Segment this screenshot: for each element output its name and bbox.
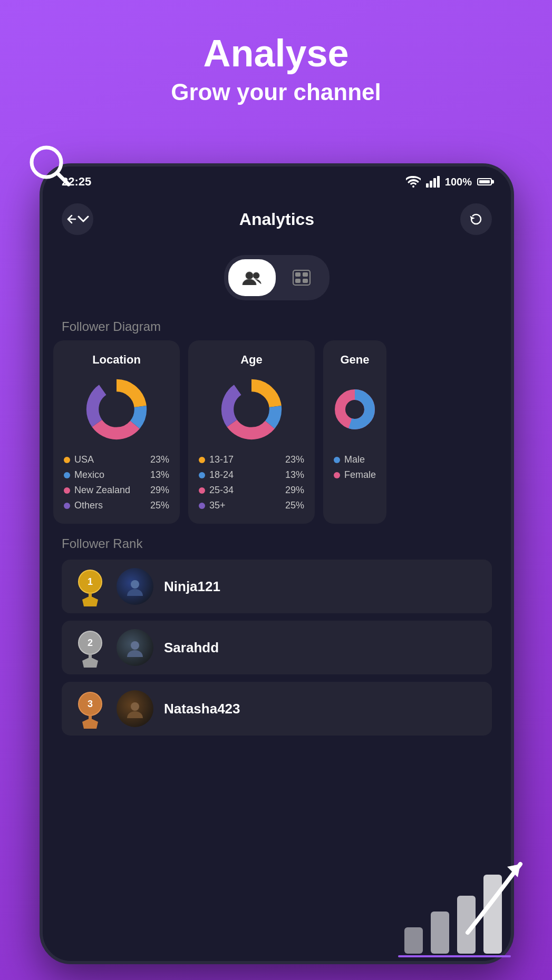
rank-list: 1 Ninja121 2 (62, 560, 492, 736)
svg-rect-9 (303, 279, 308, 283)
svg-rect-6 (295, 272, 301, 277)
svg-point-32 (131, 641, 139, 650)
avatar-ninja (117, 568, 153, 605)
legend-usa: USA 23% (64, 454, 169, 465)
legend-nz: New Zealand 29% (64, 485, 169, 496)
headline: Analyse (0, 32, 552, 75)
svg-line-1 (57, 173, 69, 184)
medal-2: 2 (74, 632, 106, 663)
follower-rank-section: Follower Rank 1 (43, 524, 511, 736)
medal-3: 3 (74, 693, 106, 724)
tab-content[interactable] (278, 259, 325, 296)
location-donut (64, 375, 169, 444)
rank-name-3: Natasha423 (164, 701, 240, 717)
tab-followers[interactable] (228, 259, 276, 296)
subheadline: Grow your channel (0, 79, 552, 105)
svg-rect-8 (295, 279, 301, 283)
gender-title: Gene (334, 353, 376, 367)
page-title: Analytics (239, 210, 314, 229)
svg-rect-38 (404, 927, 423, 954)
rank-item-3: 3 Natasha423 (62, 682, 492, 736)
age-title: Age (199, 353, 304, 367)
chevron-down-icon (78, 215, 89, 223)
age-card: Age 13-17 23% (188, 340, 315, 524)
svg-point-27 (131, 580, 139, 589)
age-legend: 13-17 23% 18-24 13% 25-34 29% (199, 454, 304, 511)
location-title: Location (64, 353, 169, 367)
status-bar: 22:25 100% (43, 166, 511, 194)
legend-female: Female (334, 469, 376, 481)
svg-point-37 (131, 702, 139, 711)
follower-rank-label: Follower Rank (62, 536, 492, 551)
tab-switcher (43, 244, 511, 311)
growth-chart-decoration (394, 843, 541, 959)
svg-point-3 (246, 272, 253, 279)
status-icons: 100% (406, 176, 492, 188)
avatar-sarah (117, 629, 153, 666)
back-button[interactable] (62, 203, 93, 235)
svg-rect-5 (293, 270, 310, 285)
legend-male: Male (334, 454, 376, 465)
battery-percent: 100% (445, 176, 472, 188)
gender-legend: Male Female (334, 454, 376, 481)
legend-25-34: 25-34 29% (199, 485, 304, 496)
wifi-icon (406, 176, 421, 188)
rank-item-2: 2 Sarahdd (62, 621, 492, 674)
medal-1: 1 (74, 571, 106, 602)
svg-marker-26 (82, 596, 98, 606)
refresh-icon (469, 212, 483, 226)
gender-card: Gene Male (323, 340, 386, 524)
tab-group (224, 255, 330, 300)
svg-marker-36 (82, 718, 98, 729)
location-legend: USA 23% Mexico 13% New Zealand (64, 454, 169, 511)
refresh-button[interactable] (460, 203, 492, 235)
legend-35plus: 35+ 25% (199, 500, 304, 511)
top-text-block: Analyse Grow your channel (0, 32, 552, 105)
content-icon (292, 269, 311, 286)
legend-mexico: Mexico 13% (64, 469, 169, 481)
avatar-natasha (117, 690, 153, 727)
svg-point-4 (253, 272, 259, 279)
svg-point-22 (346, 401, 363, 418)
legend-13-17: 13-17 23% (199, 454, 304, 465)
svg-text:2: 2 (88, 638, 93, 648)
battery-icon (477, 178, 492, 185)
svg-text:3: 3 (88, 699, 93, 709)
legend-others: Others 25% (64, 500, 169, 511)
rank-name-2: Sarahdd (164, 640, 219, 656)
diagram-row: Location USA (43, 340, 511, 524)
signal-icon (426, 176, 440, 188)
age-donut (199, 375, 304, 444)
svg-marker-31 (82, 657, 98, 668)
location-card: Location USA (53, 340, 180, 524)
svg-rect-39 (431, 912, 449, 954)
search-icon-overlay (26, 142, 74, 190)
nav-bar: Analytics (43, 194, 511, 244)
follower-diagram-label: Follower Diagram (43, 311, 511, 340)
svg-point-19 (235, 393, 268, 426)
rank-item-1: 1 Ninja121 (62, 560, 492, 613)
followers-icon (241, 269, 263, 286)
gender-donut (334, 375, 376, 444)
legend-18-24: 18-24 13% (199, 469, 304, 481)
svg-point-14 (100, 393, 133, 426)
svg-text:1: 1 (88, 576, 93, 587)
rank-name-1: Ninja121 (164, 579, 220, 595)
svg-rect-41 (483, 875, 502, 954)
svg-rect-7 (303, 272, 308, 277)
